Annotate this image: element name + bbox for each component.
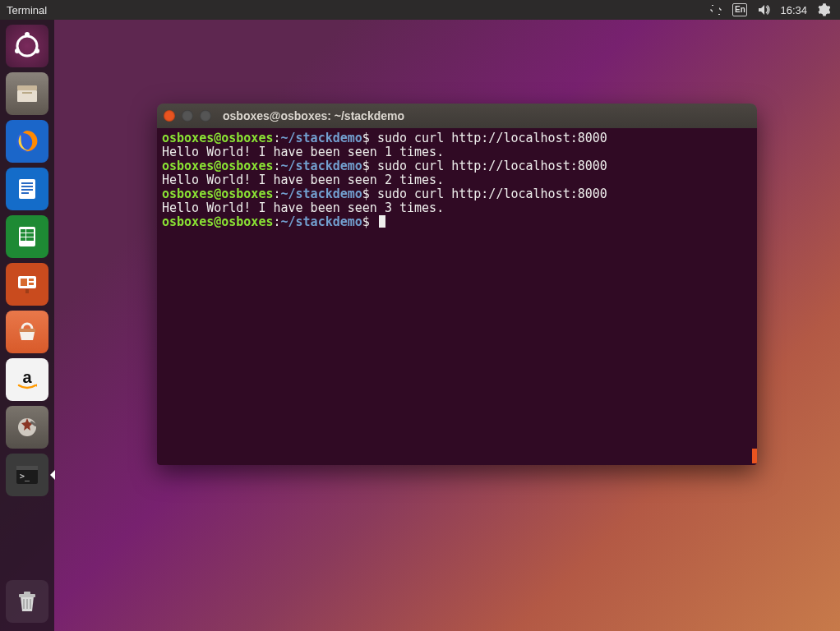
svg-rect-4 <box>17 85 37 90</box>
svg-rect-17 <box>26 233 34 237</box>
svg-rect-16 <box>21 233 25 237</box>
launcher-ubuntu-software[interactable] <box>6 311 48 353</box>
launcher-libreoffice-writer[interactable] <box>6 168 48 210</box>
svg-rect-6 <box>22 92 32 94</box>
network-icon[interactable] <box>709 3 722 16</box>
terminal-window: osboxes@osboxes: ~/stackdemo osboxes@osb… <box>157 104 757 465</box>
svg-point-0 <box>17 36 37 56</box>
svg-rect-23 <box>29 283 34 285</box>
svg-text:a: a <box>22 368 32 386</box>
terminal-body[interactable]: osboxes@osboxes:~/stackdemo$ sudo curl h… <box>157 128 757 465</box>
svg-rect-29 <box>16 466 38 470</box>
svg-rect-32 <box>24 592 30 595</box>
svg-rect-19 <box>26 237 34 241</box>
launcher-libreoffice-impress[interactable] <box>6 263 48 306</box>
terminal-line: Hello World! I have been seen 3 times. <box>162 201 752 215</box>
terminal-line: Hello World! I have been seen 2 times. <box>162 173 752 187</box>
window-title: osboxes@osboxes: ~/stackdemo <box>223 109 404 122</box>
svg-text:>_: >_ <box>20 472 30 481</box>
terminal-line: osboxes@osboxes:~/stackdemo$ sudo curl h… <box>162 187 752 201</box>
launcher-libreoffice-calc[interactable] <box>6 215 48 258</box>
volume-icon[interactable] <box>757 3 770 16</box>
launcher-firefox[interactable] <box>6 120 48 163</box>
terminal-line: osboxes@osboxes:~/stackdemo$ <box>162 215 752 229</box>
window-minimize-button[interactable] <box>182 110 193 122</box>
svg-rect-11 <box>21 189 33 191</box>
terminal-line: Hello World! I have been seen 1 times. <box>162 145 752 159</box>
launcher-trash[interactable] <box>6 580 48 623</box>
window-maximize-button[interactable] <box>200 110 211 122</box>
window-close-button[interactable] <box>164 110 175 122</box>
launcher-system-settings[interactable] <box>6 406 48 449</box>
unity-launcher: a >_ <box>0 20 54 631</box>
language-indicator[interactable]: En <box>732 3 747 16</box>
window-title-bar[interactable]: osboxes@osboxes: ~/stackdemo <box>157 104 757 128</box>
svg-point-1 <box>25 32 30 37</box>
top-menu-bar: Terminal En 16:34 <box>0 0 840 20</box>
svg-rect-22 <box>29 279 34 281</box>
indicator-area: En 16:34 <box>709 3 840 16</box>
terminal-scroll-indicator[interactable] <box>752 449 757 463</box>
svg-point-3 <box>15 48 20 53</box>
svg-rect-15 <box>26 229 34 233</box>
clock[interactable]: 16:34 <box>780 4 807 16</box>
svg-rect-14 <box>21 229 25 233</box>
svg-rect-9 <box>21 182 33 184</box>
svg-point-2 <box>35 48 39 53</box>
svg-rect-21 <box>21 279 27 286</box>
launcher-dash[interactable] <box>6 25 48 67</box>
svg-rect-24 <box>25 289 29 293</box>
terminal-line: osboxes@osboxes:~/stackdemo$ sudo curl h… <box>162 131 752 145</box>
launcher-amazon[interactable]: a <box>6 358 48 401</box>
terminal-line: osboxes@osboxes:~/stackdemo$ sudo curl h… <box>162 159 752 173</box>
svg-rect-10 <box>21 186 33 187</box>
svg-rect-18 <box>21 237 25 241</box>
terminal-cursor <box>379 215 385 228</box>
active-app-name: Terminal <box>7 4 47 16</box>
launcher-files[interactable] <box>6 72 48 115</box>
svg-rect-12 <box>21 192 29 194</box>
gear-icon[interactable] <box>817 3 830 16</box>
launcher-terminal[interactable]: >_ <box>6 454 48 496</box>
